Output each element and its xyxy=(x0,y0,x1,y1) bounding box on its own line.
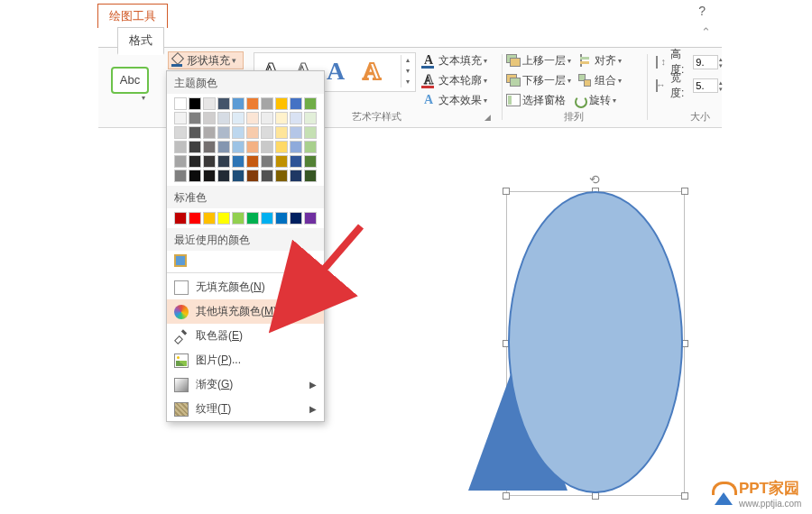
height-input[interactable] xyxy=(693,55,718,69)
color-swatch[interactable] xyxy=(275,112,288,124)
color-swatch[interactable] xyxy=(275,212,288,225)
color-swatch[interactable] xyxy=(246,155,259,168)
resize-handle-b[interactable] xyxy=(592,492,599,500)
color-swatch[interactable] xyxy=(189,155,201,168)
rotation-handle[interactable]: ⟲ xyxy=(589,172,602,185)
color-swatch[interactable] xyxy=(261,97,273,110)
color-swatch[interactable] xyxy=(203,212,216,225)
color-swatch[interactable] xyxy=(290,155,302,168)
send-backward-button[interactable]: 下移一层▾ xyxy=(506,73,571,88)
recent-color-swatch[interactable] xyxy=(174,254,187,267)
color-swatch[interactable] xyxy=(246,126,259,139)
color-swatch[interactable] xyxy=(232,212,245,225)
color-swatch[interactable] xyxy=(290,112,302,124)
color-swatch[interactable] xyxy=(232,126,245,139)
shape-style-more-icon[interactable]: ▾ xyxy=(142,94,145,102)
text-fill-button[interactable]: A文本填充▾ xyxy=(421,50,499,70)
height-spinner[interactable]: ▴▾ xyxy=(719,56,723,69)
group-button[interactable]: 组合▾ xyxy=(578,73,622,88)
color-swatch[interactable] xyxy=(217,155,230,168)
color-swatch[interactable] xyxy=(203,97,216,110)
align-button[interactable]: 对齐▾ xyxy=(578,53,622,69)
color-swatch[interactable] xyxy=(290,126,302,139)
eyedropper-item[interactable]: 取色器(E) xyxy=(167,324,324,348)
color-swatch[interactable] xyxy=(174,112,187,124)
color-swatch[interactable] xyxy=(189,170,201,182)
color-swatch[interactable] xyxy=(232,170,245,182)
color-swatch[interactable] xyxy=(304,112,317,124)
color-swatch[interactable] xyxy=(189,112,201,124)
color-swatch[interactable] xyxy=(275,155,288,168)
resize-handle-br[interactable] xyxy=(681,492,688,500)
shape-fill-button[interactable]: 形状填充 ▾ xyxy=(168,51,244,69)
color-swatch[interactable] xyxy=(290,97,302,110)
color-swatch[interactable] xyxy=(246,212,259,225)
color-swatch[interactable] xyxy=(217,126,230,139)
color-swatch[interactable] xyxy=(261,170,273,182)
text-effect-button[interactable]: A文本效果▾ xyxy=(421,90,499,110)
color-swatch[interactable] xyxy=(304,141,317,153)
color-swatch[interactable] xyxy=(261,112,273,124)
color-swatch[interactable] xyxy=(275,170,288,182)
no-fill-item[interactable]: 无填充颜色(N) xyxy=(167,275,324,299)
color-swatch[interactable] xyxy=(189,126,201,139)
color-swatch[interactable] xyxy=(246,112,259,124)
color-swatch[interactable] xyxy=(275,97,288,110)
tab-format[interactable]: 格式 xyxy=(117,27,164,55)
color-swatch[interactable] xyxy=(304,126,317,139)
color-swatch[interactable] xyxy=(261,212,273,225)
color-swatch[interactable] xyxy=(232,141,245,153)
color-swatch[interactable] xyxy=(203,141,216,153)
color-swatch[interactable] xyxy=(304,97,317,110)
color-swatch[interactable] xyxy=(304,170,317,182)
texture-fill-item[interactable]: 纹理(T)▶ xyxy=(167,397,324,421)
resize-handle-tr[interactable] xyxy=(681,188,688,195)
canvas-ellipse-shape[interactable] xyxy=(508,191,683,493)
color-swatch[interactable] xyxy=(174,212,187,225)
color-swatch[interactable] xyxy=(217,97,230,110)
color-swatch[interactable] xyxy=(203,170,216,182)
bring-forward-button[interactable]: 上移一层▾ xyxy=(506,53,571,69)
color-swatch[interactable] xyxy=(246,141,259,153)
color-swatch[interactable] xyxy=(203,126,216,139)
ribbon-collapse-icon[interactable]: ⌃ xyxy=(701,25,711,39)
color-swatch[interactable] xyxy=(174,170,187,182)
color-swatch[interactable] xyxy=(304,155,317,168)
shape-style-preset[interactable]: Abc xyxy=(111,67,149,94)
color-swatch[interactable] xyxy=(203,112,216,124)
color-swatch[interactable] xyxy=(174,97,187,110)
color-swatch[interactable] xyxy=(290,141,302,153)
color-swatch[interactable] xyxy=(246,170,259,182)
color-swatch[interactable] xyxy=(203,155,216,168)
color-swatch[interactable] xyxy=(174,141,187,153)
color-swatch[interactable] xyxy=(217,170,230,182)
color-swatch[interactable] xyxy=(261,126,273,139)
gradient-fill-item[interactable]: 渐变(G)▶ xyxy=(167,372,324,397)
width-spinner[interactable]: ▴▾ xyxy=(719,79,723,92)
color-swatch[interactable] xyxy=(189,141,201,153)
color-swatch[interactable] xyxy=(217,141,230,153)
resize-handle-tl[interactable] xyxy=(503,188,510,195)
wordart-gallery-spinner[interactable]: ▴▾▾ xyxy=(401,55,413,87)
color-swatch[interactable] xyxy=(217,112,230,124)
resize-handle-bl[interactable] xyxy=(503,492,510,500)
color-swatch[interactable] xyxy=(217,212,230,225)
selection-pane-button[interactable]: 选择窗格 xyxy=(506,93,566,108)
color-swatch[interactable] xyxy=(189,212,201,225)
text-outline-button[interactable]: A文本轮廓▾ xyxy=(421,70,499,90)
color-swatch[interactable] xyxy=(290,212,302,225)
wordart-preset-4[interactable]: A xyxy=(363,57,381,86)
color-swatch[interactable] xyxy=(232,97,245,110)
picture-fill-item[interactable]: 图片(P)... xyxy=(167,348,324,372)
color-swatch[interactable] xyxy=(246,97,259,110)
color-swatch[interactable] xyxy=(261,141,273,153)
wordart-preset-3[interactable]: A xyxy=(327,57,345,86)
color-swatch[interactable] xyxy=(232,155,245,168)
width-input[interactable] xyxy=(693,78,718,93)
more-fill-colors-item[interactable]: 其他填充颜色(M)... xyxy=(167,299,324,324)
color-swatch[interactable] xyxy=(174,155,187,168)
color-swatch[interactable] xyxy=(232,112,245,124)
color-swatch[interactable] xyxy=(189,97,201,110)
help-icon[interactable]: ? xyxy=(698,4,706,18)
color-swatch[interactable] xyxy=(174,126,187,139)
